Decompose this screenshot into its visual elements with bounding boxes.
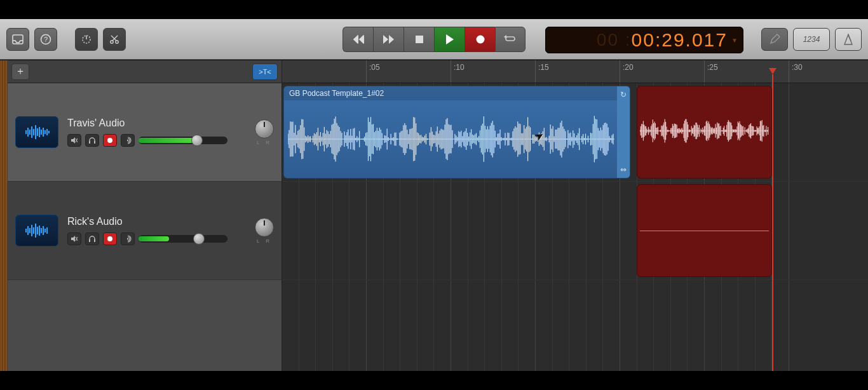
svg-rect-17 xyxy=(416,36,423,43)
region-title: GB Podcast Template_1#02 xyxy=(284,86,630,100)
ruler-tick: :30 xyxy=(789,60,803,83)
svg-marker-56 xyxy=(71,236,75,242)
playhead[interactable] xyxy=(772,74,773,371)
waveform-icon xyxy=(23,222,51,239)
fade-icon[interactable]: ⇔ xyxy=(620,165,627,174)
metronome-button[interactable] xyxy=(835,28,862,51)
stop-icon xyxy=(415,35,424,44)
transport-controls xyxy=(342,27,526,52)
ruler-tick: :15 xyxy=(535,60,549,83)
mute-icon xyxy=(71,235,78,243)
solo-button[interactable] xyxy=(85,134,99,147)
svg-marker-37 xyxy=(71,137,75,144)
editors-button[interactable] xyxy=(103,28,126,51)
track-icon xyxy=(15,215,58,246)
svg-rect-41 xyxy=(94,141,95,144)
help-button[interactable]: ? xyxy=(34,28,57,51)
track-controls xyxy=(67,232,246,245)
record-icon xyxy=(475,34,485,44)
play-button[interactable] xyxy=(434,27,465,52)
svg-marker-14 xyxy=(359,35,364,44)
pan-knob[interactable] xyxy=(255,218,274,237)
pencil-icon xyxy=(769,34,780,45)
track-header-panel: ＋ >T< xyxy=(8,60,282,371)
count-in-label: 1234 xyxy=(803,35,820,44)
track-row[interactable]: Rick's Audio xyxy=(8,182,281,280)
plus-icon: ＋ xyxy=(15,65,25,78)
recording-region[interactable] xyxy=(637,86,772,178)
input-monitor-button[interactable] xyxy=(121,134,135,147)
svg-point-62 xyxy=(127,238,128,239)
pan-lr-label: L R xyxy=(255,140,274,145)
svg-rect-40 xyxy=(89,141,90,144)
svg-marker-20 xyxy=(504,35,506,39)
waveform xyxy=(288,107,614,171)
svg-marker-18 xyxy=(446,34,454,44)
region-midline xyxy=(640,231,769,231)
solo-button[interactable] xyxy=(85,232,99,245)
volume-fill xyxy=(139,138,197,143)
wood-side xyxy=(0,60,8,371)
volume-thumb[interactable] xyxy=(191,135,203,146)
svg-marker-15 xyxy=(383,35,388,44)
region-handle[interactable]: ↻ ⇔ xyxy=(617,86,630,178)
ruler-tick: :20 xyxy=(620,60,634,83)
svg-point-42 xyxy=(107,138,112,143)
loop-icon[interactable]: ↻ xyxy=(620,90,627,99)
track-filter-button[interactable]: >T< xyxy=(252,64,278,80)
record-button[interactable] xyxy=(465,27,495,52)
arrangement-area[interactable]: :05:10:15:20:25:30 GB Podcast Template_1… xyxy=(282,60,868,371)
track-lane[interactable]: GB Podcast Template_1#02 ↻ ⇔ xyxy=(282,83,868,182)
svg-rect-60 xyxy=(94,239,95,242)
volume-slider[interactable] xyxy=(139,137,227,144)
time-ruler[interactable]: :05:10:15:20:25:30 xyxy=(282,60,868,83)
forward-icon xyxy=(383,35,395,44)
tray-icon xyxy=(12,34,24,44)
library-button[interactable] xyxy=(6,28,29,51)
toolbar: ? xyxy=(0,19,868,60)
pan-control[interactable]: L R xyxy=(255,218,274,244)
svg-point-6 xyxy=(116,40,118,43)
track-name-label: Rick's Audio xyxy=(67,216,246,227)
volume-slider[interactable] xyxy=(139,235,227,243)
smart-controls-button[interactable] xyxy=(75,28,98,51)
track-controls xyxy=(67,134,246,147)
rewind-button[interactable] xyxy=(342,27,373,52)
audio-region[interactable]: GB Podcast Template_1#02 ↻ ⇔ xyxy=(283,86,630,178)
stop-button[interactable] xyxy=(403,27,434,52)
input-icon xyxy=(124,235,132,243)
recording-region[interactable] xyxy=(637,184,772,277)
headphones-icon xyxy=(88,137,96,144)
track-lane[interactable] xyxy=(282,182,868,280)
svg-marker-13 xyxy=(353,35,358,44)
volume-thumb[interactable] xyxy=(193,233,205,245)
time-display[interactable]: 00 : 00:29.017 ▼ xyxy=(545,27,743,53)
waveform xyxy=(640,90,769,171)
notepad-button[interactable] xyxy=(761,28,788,51)
mute-button[interactable] xyxy=(67,134,81,147)
record-enable-button[interactable] xyxy=(103,134,117,147)
pan-knob[interactable] xyxy=(255,119,274,138)
volume-fill xyxy=(139,236,169,241)
pan-control[interactable]: L R xyxy=(255,119,274,145)
main-area: ＋ >T< xyxy=(0,60,868,371)
track-icon xyxy=(15,116,58,148)
cycle-button[interactable] xyxy=(495,27,526,52)
headphones-icon xyxy=(88,235,96,243)
svg-point-5 xyxy=(111,40,113,43)
count-in-button[interactable]: 1234 xyxy=(793,28,830,51)
add-track-button[interactable]: ＋ xyxy=(11,64,29,80)
svg-text:?: ? xyxy=(44,36,48,43)
record-enable-button[interactable] xyxy=(103,232,117,245)
svg-point-19 xyxy=(476,35,484,43)
track-info: Rick's Audio xyxy=(67,216,246,245)
track-row[interactable]: Travis' Audio xyxy=(8,83,281,182)
input-monitor-button[interactable] xyxy=(121,232,135,245)
forward-button[interactable] xyxy=(373,27,403,52)
ruler-tick: :05 xyxy=(366,60,380,83)
scissors-icon xyxy=(109,34,120,45)
mute-button[interactable] xyxy=(67,232,81,245)
record-dot-icon xyxy=(107,236,113,242)
chevron-down-icon[interactable]: ▼ xyxy=(731,37,739,44)
ruler-tick: :10 xyxy=(451,60,465,83)
